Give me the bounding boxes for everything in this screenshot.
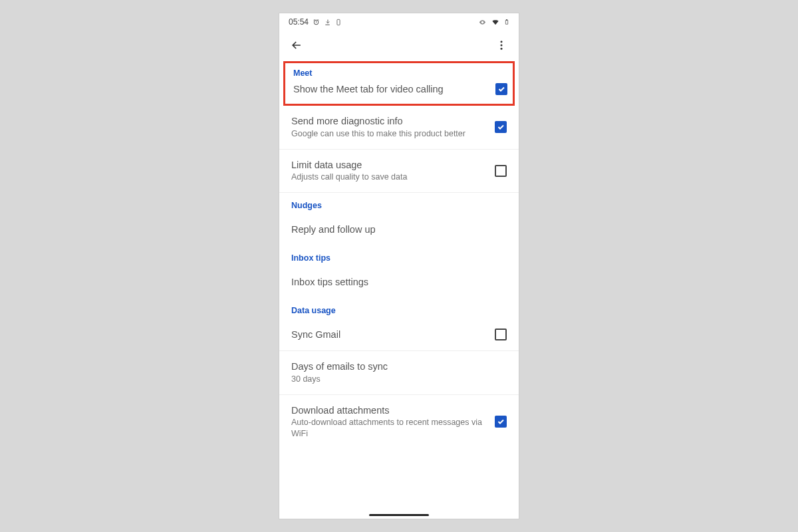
status-bar: 05:54 — [279, 13, 519, 31]
checkbox-sync-gmail[interactable] — [495, 329, 507, 340]
setting-title: Reply and follow up — [291, 223, 499, 236]
more-vert-icon — [495, 39, 507, 51]
setting-sync-gmail[interactable]: Sync Gmail — [279, 319, 519, 351]
phone-icon — [335, 19, 342, 26]
setting-title: Limit data usage — [291, 159, 487, 172]
setting-show-meet-tab[interactable]: Show the Meet tab for video calling — [293, 83, 507, 96]
section-header-data-usage: Data usage — [279, 298, 519, 319]
setting-title: Inbox tips settings — [291, 276, 499, 289]
setting-subtitle: Adjusts call quality to save data — [291, 172, 487, 183]
checkbox-show-meet-tab[interactable] — [495, 83, 507, 95]
app-bar — [279, 31, 519, 60]
checkbox-diagnostic-info[interactable] — [495, 121, 507, 133]
check-icon — [497, 418, 505, 426]
check-icon — [497, 85, 505, 93]
section-header-meet: Meet — [293, 68, 507, 83]
section-header-nudges: Nudges — [279, 193, 519, 214]
download-icon — [324, 19, 331, 26]
wifi-icon — [491, 19, 500, 26]
back-arrow-icon — [290, 39, 303, 52]
setting-limit-data-usage[interactable]: Limit data usage Adjusts call quality to… — [279, 150, 519, 194]
highlight-meet-section: Meet Show the Meet tab for video calling — [283, 61, 515, 106]
home-indicator — [369, 514, 429, 516]
setting-inbox-tips[interactable]: Inbox tips settings — [279, 267, 519, 298]
setting-download-attachments[interactable]: Download attachments Auto-download attac… — [279, 395, 519, 450]
checkbox-limit-data-usage[interactable] — [495, 165, 507, 177]
status-time: 05:54 — [289, 17, 309, 27]
setting-title: Days of emails to sync — [291, 360, 499, 373]
check-icon — [497, 123, 505, 131]
setting-reply-follow-up[interactable]: Reply and follow up — [279, 214, 519, 245]
svg-point-4 — [501, 45, 503, 47]
battery-icon — [504, 18, 509, 26]
back-button[interactable] — [287, 36, 306, 55]
setting-title: Send more diagnostic info — [291, 115, 487, 128]
svg-rect-0 — [337, 19, 340, 25]
overflow-menu-button[interactable] — [492, 36, 511, 55]
svg-rect-2 — [506, 20, 507, 21]
setting-title: Sync Gmail — [291, 329, 487, 341]
section-header-inbox-tips: Inbox tips — [279, 245, 519, 267]
setting-subtitle: Auto-download attachments to recent mess… — [291, 417, 487, 440]
alarm-icon — [313, 19, 320, 26]
eye-icon — [478, 19, 487, 26]
setting-title: Show the Meet tab for video calling — [293, 83, 487, 96]
setting-subtitle: 30 days — [291, 374, 499, 385]
svg-point-3 — [501, 41, 503, 43]
svg-point-5 — [501, 48, 503, 50]
setting-subtitle: Google can use this to make this product… — [291, 128, 487, 140]
setting-title: Download attachments — [291, 404, 487, 417]
phone-frame: 05:54 — [279, 13, 519, 519]
checkbox-download-attachments[interactable] — [495, 416, 507, 428]
setting-days-to-sync[interactable]: Days of emails to sync 30 days — [279, 351, 519, 395]
svg-rect-1 — [505, 20, 507, 24]
setting-diagnostic-info[interactable]: Send more diagnostic info Google can use… — [279, 106, 519, 150]
